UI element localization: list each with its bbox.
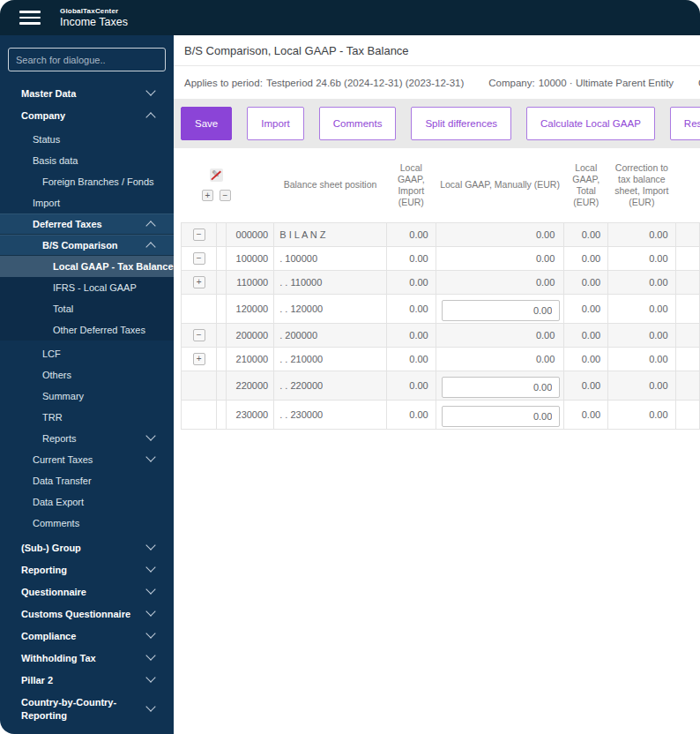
correction-value: 0.00	[608, 246, 675, 270]
app-window: GlobalTaxCenter Income Taxes Master Data…	[0, 0, 700, 734]
sidebar-item-master-data[interactable]: Master Data	[0, 82, 174, 104]
sidebar-item-reports[interactable]: Reports	[0, 428, 174, 449]
sidebar-item-trr[interactable]: TRR	[0, 407, 174, 428]
position-code: 220000	[227, 371, 274, 400]
manually-value: 0.00	[436, 246, 564, 270]
sidebar-item-company[interactable]: Company	[0, 104, 174, 126]
position-code: 200000	[227, 323, 274, 347]
position-name: . 100000	[274, 246, 387, 270]
collapse-all-button[interactable]: −	[220, 190, 231, 201]
chevron-down-icon	[145, 650, 155, 660]
correction-value: 0.00	[608, 222, 675, 246]
app-logo: GlobalTaxCenter Income Taxes	[60, 7, 128, 28]
expand-row-button[interactable]: +	[193, 276, 205, 288]
position-code: 100000	[227, 246, 274, 270]
correction-value: 0.00	[608, 400, 675, 429]
comments-button[interactable]: Comments	[319, 107, 397, 140]
chevron-down-icon	[145, 701, 155, 711]
manually-value: 0.00	[436, 323, 564, 347]
split-differences-button[interactable]: Split differences	[411, 107, 511, 140]
position-code: 110000	[227, 270, 274, 294]
position-name: . . 210000	[274, 347, 387, 371]
position-code: 120000	[227, 294, 274, 323]
import-value: 0.00	[386, 222, 436, 246]
sidebar-item-questionnaire[interactable]: Questionnaire	[0, 580, 174, 603]
edit-disabled-icon: ✎	[210, 169, 223, 182]
context-bar: Applies to period:Testperiod 24.6b (2024…	[174, 66, 700, 99]
reset-values-button[interactable]: Reset values ...	[670, 107, 700, 140]
manually-input[interactable]	[442, 300, 560, 321]
import-value: 0.00	[386, 400, 436, 429]
sidebar-item-others[interactable]: Others	[0, 364, 174, 386]
import-value: 0.00	[386, 270, 436, 294]
hamburger-menu-icon[interactable]	[19, 11, 41, 26]
table-row: + 210000 . . 210000 0.00 0.00 0.00 0.00	[182, 347, 700, 371]
sidebar-item-foreign-branches-fonds[interactable]: Foreign Branches / Fonds	[0, 171, 174, 192]
sidebar: Master Data Company Status Basis data Fo…	[0, 35, 174, 734]
total-value: 0.00	[564, 347, 608, 371]
sidebar-nav: Master Data Company Status Basis data Fo…	[0, 82, 174, 728]
position-name: . . 220000	[274, 371, 387, 400]
sidebar-item-comments[interactable]: Comments	[0, 513, 174, 534]
position-code: 230000	[227, 400, 274, 429]
save-button[interactable]: Save	[181, 107, 232, 140]
import-button[interactable]: Import	[247, 107, 304, 140]
calculate-local-gaap-button[interactable]: Calculate Local GAAP	[526, 107, 655, 140]
column-header-manually: Local GAAP, Manually (EUR)	[436, 148, 564, 222]
position-code: 000000	[227, 222, 274, 246]
position-name: . . 110000	[274, 270, 387, 294]
sidebar-item-current-taxes[interactable]: Current Taxes	[0, 449, 174, 470]
sidebar-item-basis-data[interactable]: Basis data	[0, 150, 174, 171]
sidebar-item-withholding-tax[interactable]: Withholding Tax	[0, 647, 174, 669]
sidebar-item-total[interactable]: Total	[0, 298, 174, 319]
column-header-position: Balance sheet position	[274, 148, 387, 222]
total-value: 0.00	[564, 222, 608, 246]
sidebar-item-ifrs-local-gaap[interactable]: IFRS - Local GAAP	[0, 277, 174, 298]
sidebar-item-status[interactable]: Status	[0, 129, 174, 150]
position-name: . 200000	[274, 323, 387, 347]
column-header-import: Local GAAP, Import (EUR)	[386, 148, 436, 222]
sidebar-item-lcf[interactable]: LCF	[0, 343, 174, 364]
sidebar-item-import[interactable]: Import	[0, 192, 174, 213]
sidebar-item-sub-group[interactable]: (Sub-) Group	[0, 536, 174, 558]
column-header-total: Local GAAP, Total (EUR)	[564, 148, 608, 222]
table-row: − 000000 B I L A N Z 0.00 0.00 0.00 0.00	[182, 222, 700, 246]
total-value: 0.00	[564, 294, 608, 323]
expand-row-button[interactable]: +	[193, 353, 205, 365]
search-input[interactable]	[8, 48, 166, 71]
sidebar-item-other-deferred-taxes[interactable]: Other Deferred Taxes	[0, 319, 174, 341]
correction-value: 0.00	[608, 347, 675, 371]
position-code: 210000	[227, 347, 274, 371]
sidebar-item-customs-questionnaire[interactable]: Customs Questionnaire	[0, 603, 174, 625]
import-value: 0.00	[386, 294, 436, 323]
sidebar-item-data-transfer[interactable]: Data Transfer	[0, 470, 174, 491]
chevron-down-icon	[145, 584, 155, 594]
sidebar-item-deferred-taxes[interactable]: Deferred Taxes	[0, 213, 174, 235]
page-title: B/S Comparison, Local GAAP - Tax Balance	[184, 44, 409, 57]
manually-input[interactable]	[442, 377, 560, 398]
collapse-row-button[interactable]: −	[193, 329, 205, 341]
sidebar-item-data-export[interactable]: Data Export	[0, 491, 174, 513]
brand-name: GlobalTaxCenter	[60, 7, 128, 15]
chevron-down-icon	[145, 452, 155, 461]
total-value: 0.00	[564, 371, 608, 400]
position-name: . . 230000	[274, 400, 387, 429]
sidebar-item-bs-comparison[interactable]: B/S Comparison	[0, 235, 174, 256]
import-value: 0.00	[386, 246, 436, 270]
chevron-up-icon	[145, 112, 155, 122]
collapse-row-button[interactable]: −	[193, 228, 205, 241]
table-row: − 200000 . 200000 0.00 0.00 0.00 0.00	[182, 323, 700, 347]
period-value: Testperiod 24.6b (2024-12-31) (2023-12-3…	[266, 78, 464, 88]
sidebar-item-local-gaap-tax-balance[interactable]: Local GAAP - Tax Balance	[0, 256, 174, 277]
expand-all-button[interactable]: +	[202, 190, 213, 201]
collapse-row-button[interactable]: −	[193, 252, 205, 265]
sidebar-item-compliance[interactable]: Compliance	[0, 625, 174, 647]
total-value: 0.00	[564, 246, 608, 270]
sidebar-item-summary[interactable]: Summary	[0, 386, 174, 407]
sidebar-item-reporting[interactable]: Reporting	[0, 558, 174, 580]
table-row: 120000 . . 120000 0.00 0.00 0.00	[182, 294, 700, 323]
sidebar-item-country-by-country-reporting[interactable]: Country-by-Country-Reporting	[0, 691, 174, 728]
toolbar: Save Import Comments Split differences C…	[174, 99, 700, 148]
sidebar-item-pillar-2[interactable]: Pillar 2	[0, 669, 174, 691]
manually-input[interactable]	[442, 406, 560, 427]
